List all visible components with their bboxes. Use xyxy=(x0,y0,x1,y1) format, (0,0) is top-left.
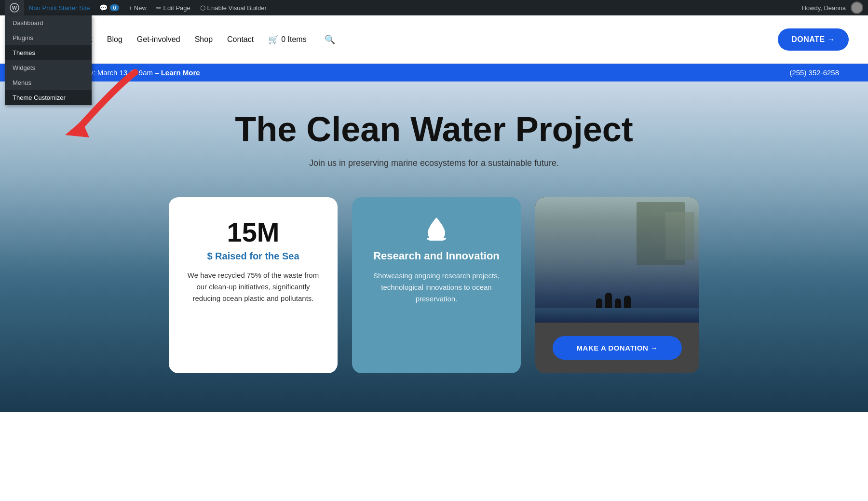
howdy-text: Howdy, Deanna xyxy=(797,4,851,12)
card-image xyxy=(535,197,699,323)
visual-builder-link[interactable]: ⬡ Enable Visual Builder xyxy=(195,0,271,15)
admin-bar: W Dashboard Plugins Themes Widgets Menus… xyxy=(0,0,868,15)
research-body: Showcasing ongoing research projects, te… xyxy=(369,270,503,305)
stat-body: We have recycled 75% of the waste from o… xyxy=(186,270,320,304)
stat-label: $ Raised for the Sea xyxy=(186,251,320,262)
phone-number: (255) 352-6258 xyxy=(789,68,839,77)
dropdown-item-theme-customizer[interactable]: Theme Customizer xyxy=(5,90,92,105)
cards-row: 15M $ Raised for the Sea We have recycle… xyxy=(169,197,699,373)
admin-bar-right: Howdy, Deanna xyxy=(797,1,863,14)
announcement-bar: Beach Cleanup Day: March 13 @ 9am – Lear… xyxy=(0,64,868,81)
admin-bar-left: W Dashboard Plugins Themes Widgets Menus… xyxy=(5,0,271,15)
svg-rect-3 xyxy=(429,238,444,241)
search-icon: 🔍 xyxy=(325,34,335,45)
site-name-text: Non Profit Starter Site xyxy=(29,4,90,12)
comments-link[interactable]: 💬 0 xyxy=(95,0,123,15)
stat-card: 15M $ Raised for the Sea We have recycle… xyxy=(169,197,338,373)
site-name-link[interactable]: Non Profit Starter Site xyxy=(24,0,95,15)
new-label: + New xyxy=(129,4,147,12)
cart-icon: 🛒 xyxy=(268,34,279,45)
nav-blog[interactable]: Blog xyxy=(107,35,122,44)
comment-icon: 💬 xyxy=(99,4,108,12)
research-heading: Research and Innovation xyxy=(369,249,503,263)
dropdown-item-widgets[interactable]: Widgets xyxy=(5,60,92,75)
hero-section: The Clean Water Project Join us in prese… xyxy=(0,81,868,412)
dropdown-item-dashboard[interactable]: Dashboard xyxy=(5,15,92,30)
make-donation-label: MAKE A DONATION → xyxy=(577,344,658,352)
donate-button[interactable]: DONATE → xyxy=(778,28,849,51)
edit-page-link[interactable]: ✏ Edit Page xyxy=(151,0,195,15)
dropdown-item-plugins[interactable]: Plugins xyxy=(5,30,92,45)
learn-more-link[interactable]: Learn More xyxy=(161,68,200,77)
appearance-dropdown: Dashboard Plugins Themes Widgets Menus T… xyxy=(5,15,92,105)
donate-label: DONATE → xyxy=(791,35,835,44)
nav-get-involved[interactable]: Get-involved xyxy=(137,35,180,44)
edit-page-label: ✏ Edit Page xyxy=(156,4,190,12)
dropdown-item-menus[interactable]: Menus xyxy=(5,75,92,90)
wp-logo-menu[interactable]: W Dashboard Plugins Themes Widgets Menus… xyxy=(5,0,24,15)
water-drop-icon xyxy=(369,217,503,242)
site-header: D About Blog Get-involved Shop Contact 🛒… xyxy=(0,15,868,64)
svg-text:W: W xyxy=(12,5,17,11)
make-donation-button[interactable]: MAKE A DONATION → xyxy=(553,336,682,360)
main-nav: About Blog Get-involved Shop Contact 🛒 0… xyxy=(72,31,778,48)
comment-count: 0 xyxy=(110,4,119,11)
cart-count: 0 Items xyxy=(281,35,306,44)
divi-label: ⬡ Enable Visual Builder xyxy=(200,4,267,12)
nav-shop[interactable]: Shop xyxy=(195,35,213,44)
svg-rect-4 xyxy=(427,238,431,240)
photo-card: MAKE A DONATION → xyxy=(535,197,699,373)
cart-link[interactable]: 🛒 0 Items xyxy=(268,34,306,45)
photo-card-footer: MAKE A DONATION → xyxy=(535,323,699,373)
new-content-link[interactable]: + New xyxy=(124,0,151,15)
avatar[interactable] xyxy=(851,1,863,14)
dropdown-item-themes[interactable]: Themes xyxy=(5,45,92,60)
hero-title: The Clean Water Project xyxy=(235,110,633,149)
search-button[interactable]: 🔍 xyxy=(321,31,339,48)
svg-rect-5 xyxy=(442,238,446,240)
nav-contact[interactable]: Contact xyxy=(227,35,254,44)
wp-logo-icon: W xyxy=(10,3,19,13)
research-card: Research and Innovation Showcasing ongoi… xyxy=(352,197,521,373)
hero-subtitle: Join us in preserving marine ecosystems … xyxy=(309,158,559,168)
stat-number: 15M xyxy=(186,217,320,248)
